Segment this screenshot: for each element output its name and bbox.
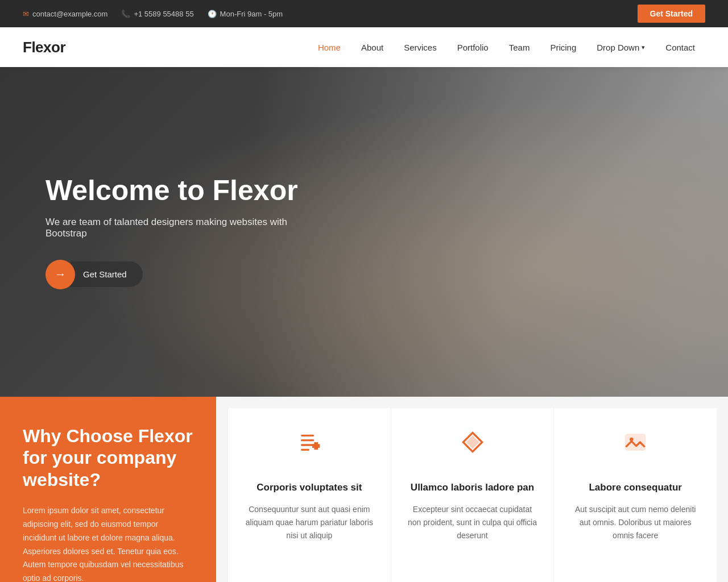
svg-rect-1 [301,439,314,441]
hero-arrow-button[interactable]: → [46,260,75,289]
topbar-email: ✉ contact@example.com [23,10,107,18]
topbar-cta-button[interactable]: Get Started [638,5,705,23]
feature-card-3: Labore consequatur Aut suscipit aut cum … [553,408,717,582]
email-text: contact@example.com [32,10,107,18]
svg-rect-0 [301,435,314,436]
diamond-icon [461,431,484,454]
nav-link-about[interactable]: About [351,37,394,58]
nav-link-home[interactable]: Home [308,37,351,58]
nav-links: Home About Services Portfolio Team Prici… [308,37,705,58]
nav-link-contact[interactable]: Contact [655,37,705,58]
features-cards-container: Corporis voluptates sit Consequuntur sun… [216,397,728,582]
phone-icon: 📞 [121,10,130,18]
svg-rect-5 [312,444,320,448]
feature-card-1: Corporis voluptates sit Consequuntur sun… [228,408,391,582]
chevron-down-icon: ▾ [642,44,645,51]
hero-section: Welcome to Flexor We are team of talante… [0,67,728,397]
feature-icon-list [298,431,321,469]
feature-desc-2: Excepteur sint occaecat cupidatat non pr… [407,503,538,542]
clock-icon: 🕐 [208,10,217,18]
nav-item-contact[interactable]: Contact [655,37,705,58]
topbar: ✉ contact@example.com 📞 +1 5589 55488 55… [0,0,728,27]
feature-card-2: Ullamco laboris ladore pan Excepteur sin… [391,408,554,582]
topbar-phone: 📞 +1 5589 55488 55 [121,10,193,18]
feature-icon-image [624,431,647,469]
dropdown-label: Drop Down [597,43,639,52]
hero-subtitle: We are team of talanted designers making… [46,217,307,239]
topbar-hours: 🕐 Mon-Fri 9am - 5pm [208,10,283,18]
image-icon [624,431,647,454]
features-left-title: Why Choose Flexor for your company websi… [23,425,193,490]
nav-item-pricing[interactable]: Pricing [540,37,586,58]
navbar-brand[interactable]: Flexor [23,39,65,56]
nav-link-services[interactable]: Services [394,37,447,58]
nav-link-dropdown[interactable]: Drop Down ▾ [586,37,655,58]
nav-item-dropdown[interactable]: Drop Down ▾ [586,37,655,58]
nav-item-home[interactable]: Home [308,37,351,58]
hero-content: Welcome to Flexor We are team of talante… [0,175,353,289]
hero-cta-label[interactable]: Get Started [71,261,143,287]
list-icon [298,431,321,454]
feature-title-3: Labore consequatur [589,481,681,494]
hero-cta-wrap: → Get Started [46,260,307,289]
email-icon: ✉ [23,10,29,18]
feature-desc-1: Consequuntur sunt aut quasi enim aliquam… [244,503,375,542]
hours-text: Mon-Fri 9am - 5pm [220,10,283,18]
svg-rect-3 [301,449,309,451]
features-left-panel: Why Choose Flexor for your company websi… [0,397,216,582]
features-left-text: Lorem ipsum dolor sit amet, consectetur … [23,504,193,582]
svg-rect-6 [626,435,645,450]
dropdown-label-wrap: Drop Down ▾ [597,43,645,52]
feature-icon-diamond [461,431,484,469]
navbar: Flexor Home About Services Portfolio Tea… [0,27,728,67]
nav-item-about[interactable]: About [351,37,394,58]
nav-link-team[interactable]: Team [499,37,540,58]
phone-text: +1 5589 55488 55 [134,10,193,18]
nav-item-services[interactable]: Services [394,37,447,58]
svg-rect-2 [301,444,314,446]
nav-item-portfolio[interactable]: Portfolio [447,37,499,58]
nav-item-team[interactable]: Team [499,37,540,58]
feature-title-1: Corporis voluptates sit [257,481,362,494]
hero-title: Welcome to Flexor [46,175,307,206]
nav-link-pricing[interactable]: Pricing [540,37,586,58]
feature-title-2: Ullamco laboris ladore pan [411,481,534,494]
nav-link-portfolio[interactable]: Portfolio [447,37,499,58]
feature-desc-3: Aut suscipit aut cum nemo deleniti aut o… [570,503,701,542]
features-section: Why Choose Flexor for your company websi… [0,397,728,582]
